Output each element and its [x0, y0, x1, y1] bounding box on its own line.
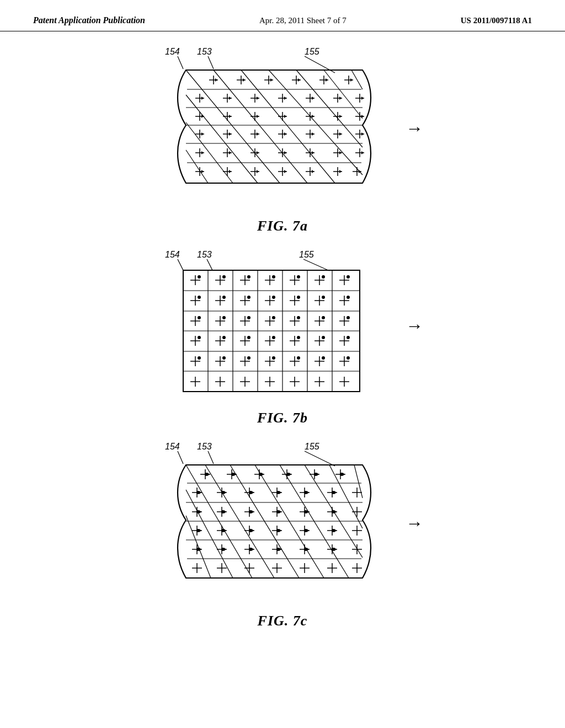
svg-text:154: 154: [165, 47, 180, 56]
svg-marker-121: [361, 151, 364, 154]
svg-marker-43: [229, 97, 231, 100]
svg-marker-55: [339, 97, 342, 100]
figure-7a-block: 154 153 155: [33, 42, 532, 234]
svg-line-149: [303, 259, 329, 271]
svg-point-385: [221, 529, 225, 532]
figure-7c-block: 154 153 155: [33, 437, 532, 629]
svg-marker-73: [312, 115, 314, 118]
figure-7a-row: 154 153 155: [142, 42, 423, 213]
header-center-label: Apr. 28, 2011 Sheet 7 of 7: [259, 16, 347, 25]
svg-point-309: [231, 473, 234, 476]
svg-point-176: [297, 275, 300, 279]
svg-point-242: [322, 336, 325, 339]
svg-point-355: [196, 510, 200, 513]
svg-point-401: [332, 529, 335, 532]
arrow-right-7c: →: [406, 513, 423, 533]
svg-point-407: [196, 548, 200, 551]
svg-marker-100: [361, 132, 364, 136]
svg-marker-46: [257, 97, 259, 100]
figure-7b-caption: FIG. 7b: [257, 410, 308, 426]
svg-point-263: [322, 356, 325, 360]
svg-text:153: 153: [197, 442, 212, 451]
header-left-label: Patent Application Publication: [33, 15, 145, 25]
svg-marker-34: [326, 78, 328, 82]
svg-line-3: [178, 56, 183, 69]
svg-line-299: [354, 465, 363, 498]
svg-point-200: [322, 296, 325, 299]
svg-point-345: [304, 491, 307, 494]
figure-7b-svg: 154 153 155: [142, 245, 396, 405]
svg-marker-22: [215, 78, 217, 82]
svg-point-188: [222, 296, 226, 299]
svg-point-349: [332, 491, 335, 494]
svg-point-182: [347, 275, 350, 279]
svg-point-206: [198, 316, 201, 319]
svg-point-415: [249, 548, 252, 551]
arrow-right-7a: →: [406, 118, 423, 138]
svg-marker-91: [284, 132, 286, 136]
svg-text:155: 155: [299, 250, 314, 259]
svg-marker-115: [312, 151, 314, 154]
svg-marker-37: [350, 78, 353, 82]
svg-point-248: [198, 356, 201, 360]
svg-line-298: [329, 465, 363, 528]
svg-point-375: [332, 510, 335, 513]
svg-point-185: [198, 296, 201, 299]
svg-point-325: [340, 473, 343, 476]
svg-marker-118: [339, 151, 342, 154]
figure-7b-block: 154 153 155: [33, 245, 532, 426]
svg-point-227: [198, 336, 201, 339]
svg-point-397: [304, 529, 307, 532]
svg-marker-76: [339, 115, 342, 118]
svg-marker-94: [312, 132, 314, 136]
svg-line-18: [186, 95, 258, 183]
svg-marker-106: [229, 151, 231, 154]
svg-point-233: [247, 336, 250, 339]
svg-point-218: [297, 316, 300, 319]
svg-marker-67: [257, 115, 259, 118]
svg-line-11: [186, 70, 280, 183]
figure-7b-row: 154 153 155: [142, 245, 423, 405]
svg-point-419: [276, 548, 280, 551]
svg-point-359: [221, 510, 225, 513]
svg-point-313: [259, 473, 262, 476]
svg-text:155: 155: [305, 47, 319, 56]
svg-point-197: [297, 296, 300, 299]
svg-marker-139: [339, 170, 342, 173]
svg-marker-136: [312, 170, 314, 173]
svg-point-221: [322, 316, 325, 319]
svg-marker-112: [284, 151, 286, 154]
svg-point-393: [276, 529, 280, 532]
svg-point-423: [304, 548, 307, 551]
svg-point-363: [249, 510, 252, 513]
svg-line-20: [186, 150, 208, 183]
svg-point-371: [304, 510, 307, 513]
svg-marker-49: [284, 97, 286, 100]
svg-line-148: [207, 259, 212, 270]
svg-point-212: [247, 316, 250, 319]
figure-7c-svg: 154 153 155: [142, 437, 396, 608]
svg-point-427: [332, 548, 335, 551]
svg-marker-82: [201, 132, 204, 136]
svg-point-321: [314, 473, 317, 476]
svg-point-260: [297, 356, 300, 360]
page-header: Patent Application Publication Apr. 28, …: [0, 0, 565, 31]
svg-marker-64: [229, 115, 231, 118]
svg-point-333: [221, 491, 225, 494]
svg-text:153: 153: [197, 250, 212, 259]
svg-marker-133: [284, 170, 286, 173]
svg-point-245: [347, 336, 350, 339]
svg-point-329: [196, 491, 200, 494]
svg-point-215: [272, 316, 275, 319]
svg-point-203: [347, 296, 350, 299]
svg-marker-97: [339, 132, 342, 136]
figure-7c-row: 154 153 155: [142, 437, 423, 608]
svg-point-367: [276, 510, 280, 513]
svg-point-257: [272, 356, 275, 360]
svg-point-164: [198, 275, 201, 279]
arrow-right-7b: →: [406, 315, 423, 336]
svg-marker-130: [257, 170, 259, 173]
svg-point-341: [276, 491, 280, 494]
svg-marker-109: [257, 151, 259, 154]
svg-line-12: [214, 70, 307, 183]
